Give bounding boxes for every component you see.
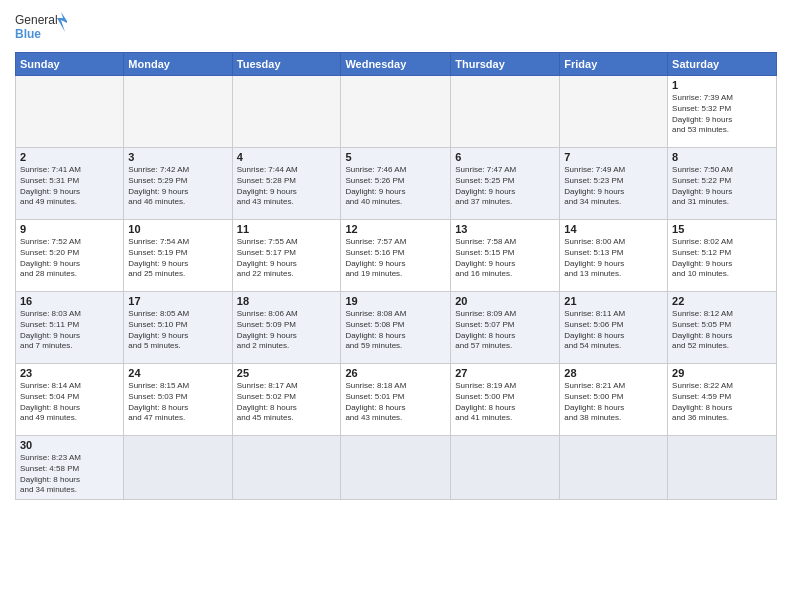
day-number: 9 <box>20 223 119 235</box>
day-info: Sunrise: 7:52 AM Sunset: 5:20 PM Dayligh… <box>20 237 119 280</box>
calendar-cell: 4Sunrise: 7:44 AM Sunset: 5:28 PM Daylig… <box>232 148 341 220</box>
calendar-cell: 1Sunrise: 7:39 AM Sunset: 5:32 PM Daylig… <box>668 76 777 148</box>
calendar-cell: 15Sunrise: 8:02 AM Sunset: 5:12 PM Dayli… <box>668 220 777 292</box>
day-number: 22 <box>672 295 772 307</box>
calendar-week-row: 2Sunrise: 7:41 AM Sunset: 5:31 PM Daylig… <box>16 148 777 220</box>
day-number: 25 <box>237 367 337 379</box>
calendar-cell: 26Sunrise: 8:18 AM Sunset: 5:01 PM Dayli… <box>341 364 451 436</box>
svg-marker-2 <box>57 12 67 32</box>
day-number: 16 <box>20 295 119 307</box>
calendar-cell: 25Sunrise: 8:17 AM Sunset: 5:02 PM Dayli… <box>232 364 341 436</box>
calendar-cell: 5Sunrise: 7:46 AM Sunset: 5:26 PM Daylig… <box>341 148 451 220</box>
calendar-cell <box>232 436 341 500</box>
day-info: Sunrise: 8:12 AM Sunset: 5:05 PM Dayligh… <box>672 309 772 352</box>
col-wednesday: Wednesday <box>341 53 451 76</box>
day-info: Sunrise: 7:58 AM Sunset: 5:15 PM Dayligh… <box>455 237 555 280</box>
page: General Blue Sunday Monday Tuesday Wedne… <box>0 0 792 612</box>
weekday-header-row: Sunday Monday Tuesday Wednesday Thursday… <box>16 53 777 76</box>
calendar-cell <box>232 76 341 148</box>
day-info: Sunrise: 8:06 AM Sunset: 5:09 PM Dayligh… <box>237 309 337 352</box>
calendar-cell: 10Sunrise: 7:54 AM Sunset: 5:19 PM Dayli… <box>124 220 232 292</box>
day-number: 13 <box>455 223 555 235</box>
calendar-cell: 12Sunrise: 7:57 AM Sunset: 5:16 PM Dayli… <box>341 220 451 292</box>
svg-text:Blue: Blue <box>15 27 41 41</box>
col-saturday: Saturday <box>668 53 777 76</box>
day-number: 24 <box>128 367 227 379</box>
day-number: 17 <box>128 295 227 307</box>
day-info: Sunrise: 8:22 AM Sunset: 4:59 PM Dayligh… <box>672 381 772 424</box>
calendar-cell: 17Sunrise: 8:05 AM Sunset: 5:10 PM Dayli… <box>124 292 232 364</box>
day-number: 3 <box>128 151 227 163</box>
day-number: 27 <box>455 367 555 379</box>
day-number: 5 <box>345 151 446 163</box>
calendar-week-row: 30Sunrise: 8:23 AM Sunset: 4:58 PM Dayli… <box>16 436 777 500</box>
calendar-cell: 21Sunrise: 8:11 AM Sunset: 5:06 PM Dayli… <box>560 292 668 364</box>
day-info: Sunrise: 7:49 AM Sunset: 5:23 PM Dayligh… <box>564 165 663 208</box>
calendar-cell <box>451 436 560 500</box>
col-sunday: Sunday <box>16 53 124 76</box>
day-info: Sunrise: 7:39 AM Sunset: 5:32 PM Dayligh… <box>672 93 772 136</box>
calendar-cell: 7Sunrise: 7:49 AM Sunset: 5:23 PM Daylig… <box>560 148 668 220</box>
day-number: 20 <box>455 295 555 307</box>
day-info: Sunrise: 8:03 AM Sunset: 5:11 PM Dayligh… <box>20 309 119 352</box>
calendar-week-row: 1Sunrise: 7:39 AM Sunset: 5:32 PM Daylig… <box>16 76 777 148</box>
day-number: 23 <box>20 367 119 379</box>
calendar-cell: 9Sunrise: 7:52 AM Sunset: 5:20 PM Daylig… <box>16 220 124 292</box>
day-number: 29 <box>672 367 772 379</box>
calendar-cell: 11Sunrise: 7:55 AM Sunset: 5:17 PM Dayli… <box>232 220 341 292</box>
calendar-cell <box>560 436 668 500</box>
day-info: Sunrise: 8:11 AM Sunset: 5:06 PM Dayligh… <box>564 309 663 352</box>
calendar-week-row: 9Sunrise: 7:52 AM Sunset: 5:20 PM Daylig… <box>16 220 777 292</box>
calendar-cell <box>341 436 451 500</box>
col-thursday: Thursday <box>451 53 560 76</box>
calendar-cell: 29Sunrise: 8:22 AM Sunset: 4:59 PM Dayli… <box>668 364 777 436</box>
calendar-cell: 3Sunrise: 7:42 AM Sunset: 5:29 PM Daylig… <box>124 148 232 220</box>
day-number: 30 <box>20 439 119 451</box>
calendar-cell: 23Sunrise: 8:14 AM Sunset: 5:04 PM Dayli… <box>16 364 124 436</box>
calendar-cell: 13Sunrise: 7:58 AM Sunset: 5:15 PM Dayli… <box>451 220 560 292</box>
calendar-cell <box>124 76 232 148</box>
day-number: 4 <box>237 151 337 163</box>
day-info: Sunrise: 8:19 AM Sunset: 5:00 PM Dayligh… <box>455 381 555 424</box>
day-number: 11 <box>237 223 337 235</box>
day-number: 12 <box>345 223 446 235</box>
calendar-week-row: 23Sunrise: 8:14 AM Sunset: 5:04 PM Dayli… <box>16 364 777 436</box>
calendar-cell: 6Sunrise: 7:47 AM Sunset: 5:25 PM Daylig… <box>451 148 560 220</box>
calendar-cell: 19Sunrise: 8:08 AM Sunset: 5:08 PM Dayli… <box>341 292 451 364</box>
day-number: 21 <box>564 295 663 307</box>
col-monday: Monday <box>124 53 232 76</box>
day-info: Sunrise: 7:50 AM Sunset: 5:22 PM Dayligh… <box>672 165 772 208</box>
day-info: Sunrise: 7:46 AM Sunset: 5:26 PM Dayligh… <box>345 165 446 208</box>
day-info: Sunrise: 7:44 AM Sunset: 5:28 PM Dayligh… <box>237 165 337 208</box>
day-number: 15 <box>672 223 772 235</box>
calendar-cell <box>124 436 232 500</box>
col-friday: Friday <box>560 53 668 76</box>
day-info: Sunrise: 7:57 AM Sunset: 5:16 PM Dayligh… <box>345 237 446 280</box>
day-number: 26 <box>345 367 446 379</box>
day-info: Sunrise: 7:42 AM Sunset: 5:29 PM Dayligh… <box>128 165 227 208</box>
day-info: Sunrise: 8:17 AM Sunset: 5:02 PM Dayligh… <box>237 381 337 424</box>
day-info: Sunrise: 8:21 AM Sunset: 5:00 PM Dayligh… <box>564 381 663 424</box>
calendar-week-row: 16Sunrise: 8:03 AM Sunset: 5:11 PM Dayli… <box>16 292 777 364</box>
calendar-cell <box>668 436 777 500</box>
header: General Blue <box>15 10 777 46</box>
calendar-cell: 8Sunrise: 7:50 AM Sunset: 5:22 PM Daylig… <box>668 148 777 220</box>
logo: General Blue <box>15 10 67 46</box>
calendar-cell <box>560 76 668 148</box>
day-info: Sunrise: 8:05 AM Sunset: 5:10 PM Dayligh… <box>128 309 227 352</box>
day-number: 8 <box>672 151 772 163</box>
calendar-cell: 27Sunrise: 8:19 AM Sunset: 5:00 PM Dayli… <box>451 364 560 436</box>
calendar: Sunday Monday Tuesday Wednesday Thursday… <box>15 52 777 500</box>
day-number: 18 <box>237 295 337 307</box>
calendar-cell: 16Sunrise: 8:03 AM Sunset: 5:11 PM Dayli… <box>16 292 124 364</box>
calendar-cell: 14Sunrise: 8:00 AM Sunset: 5:13 PM Dayli… <box>560 220 668 292</box>
day-number: 2 <box>20 151 119 163</box>
day-info: Sunrise: 7:47 AM Sunset: 5:25 PM Dayligh… <box>455 165 555 208</box>
calendar-cell <box>341 76 451 148</box>
calendar-cell: 22Sunrise: 8:12 AM Sunset: 5:05 PM Dayli… <box>668 292 777 364</box>
calendar-cell: 28Sunrise: 8:21 AM Sunset: 5:00 PM Dayli… <box>560 364 668 436</box>
day-info: Sunrise: 7:54 AM Sunset: 5:19 PM Dayligh… <box>128 237 227 280</box>
day-info: Sunrise: 8:18 AM Sunset: 5:01 PM Dayligh… <box>345 381 446 424</box>
calendar-cell: 24Sunrise: 8:15 AM Sunset: 5:03 PM Dayli… <box>124 364 232 436</box>
calendar-cell: 2Sunrise: 7:41 AM Sunset: 5:31 PM Daylig… <box>16 148 124 220</box>
